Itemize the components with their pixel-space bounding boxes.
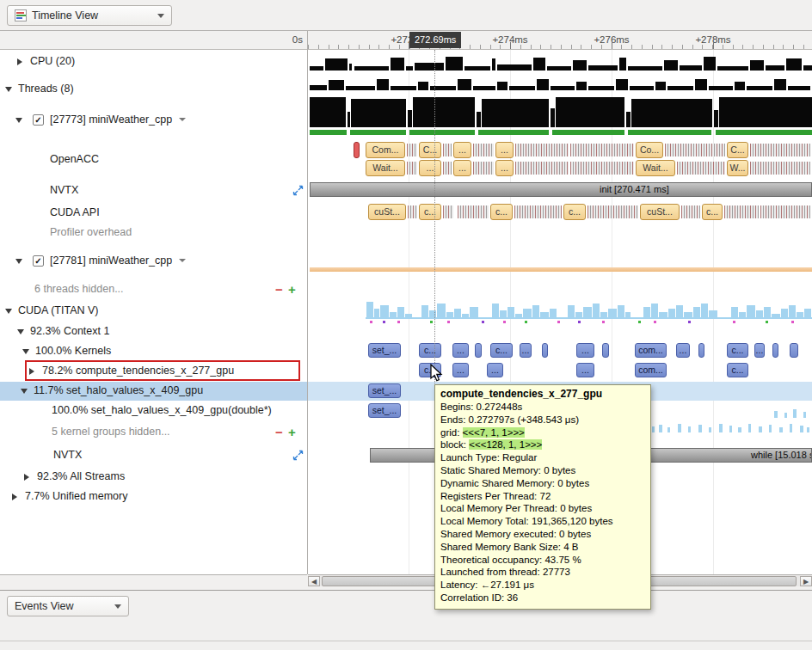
kernel-block[interactable]: ... — [520, 343, 532, 358]
thread-27773-cpu-bar — [351, 99, 406, 127]
tree-row[interactable]: OpenACC — [0, 150, 307, 169]
threads-utilization-bar — [329, 80, 344, 90]
cuda-api-call-block[interactable]: c... — [563, 204, 586, 220]
compute-kernel-block[interactable]: c... — [727, 363, 748, 377]
threads-utilization-bar — [667, 86, 693, 90]
kernel-block[interactable]: c... — [727, 343, 748, 358]
kernel-block[interactable]: c... — [419, 343, 441, 358]
cuda-api-call-block[interactable]: c... — [419, 204, 441, 220]
tree-expander-icon[interactable] — [12, 494, 17, 500]
collapse-group-button[interactable]: − — [275, 282, 283, 297]
compute-kernel-block[interactable]: ... — [487, 363, 503, 377]
tree-expander-icon[interactable] — [29, 368, 34, 375]
kernel-block[interactable]: com... — [635, 343, 667, 358]
kernel-block[interactable]: ... — [452, 343, 469, 358]
collapse-group-button[interactable]: − — [275, 425, 283, 439]
cuda-api-call-block[interactable]: cuSt... — [368, 204, 406, 220]
tree-expander-icon[interactable] — [17, 58, 22, 65]
kernel-block[interactable]: ... — [676, 343, 690, 358]
kernel-block[interactable] — [602, 343, 609, 358]
tree-expander-icon[interactable] — [15, 259, 22, 264]
tree-expander-icon[interactable] — [17, 329, 24, 334]
kernel-block[interactable] — [790, 343, 798, 358]
kernel-block[interactable]: set_... — [368, 343, 401, 358]
compute-kernel-block[interactable]: ... — [452, 363, 469, 377]
tree-expander-icon[interactable] — [15, 118, 22, 123]
tree-row[interactable]: ✓[27773] miniWeather_cpp — [0, 111, 307, 130]
tree-row[interactable]: 100.0% set_halo_values_x_409_gpu(double*… — [0, 402, 307, 420]
thread-options-caret-icon[interactable] — [179, 259, 186, 262]
openacc-wait-block[interactable]: Wait... — [636, 160, 675, 176]
threads-utilization-bar — [551, 86, 575, 90]
tree-row[interactable]: 92.3% All Streams — [0, 468, 307, 487]
tree-expander-icon[interactable] — [5, 309, 12, 314]
tree-row[interactable]: CUDA (TITAN V) — [0, 302, 307, 321]
scroll-right-button[interactable]: ▶ — [800, 576, 812, 586]
kernel-block[interactable]: ... — [576, 343, 594, 358]
compute-kernel-block[interactable]: ... — [576, 363, 594, 377]
expand-group-button[interactable]: + — [288, 282, 296, 297]
tree-row[interactable]: 7.7% Unified memory — [0, 488, 307, 506]
sethalo-kernel-block[interactable]: set_... — [368, 383, 401, 398]
events-view-dropdown[interactable]: Events View — [7, 596, 129, 616]
tree-row[interactable]: 100.0% Kernels — [0, 342, 307, 361]
tree-expander-icon[interactable] — [22, 349, 29, 354]
timeline-view-dropdown[interactable]: Timeline View — [7, 5, 172, 26]
tree-row[interactable]: CPU (20) — [0, 52, 307, 71]
tree-expander-icon[interactable] — [24, 474, 29, 481]
tree-row[interactable]: Profiler overhead — [0, 224, 307, 242]
cuda-api-call-block[interactable]: c... — [702, 204, 723, 220]
tree-row[interactable]: ✓[27781] miniWeather_cpp — [0, 252, 307, 271]
openacc-wait-block[interactable]: ... — [453, 160, 471, 176]
cuda-api-call-block[interactable]: c... — [490, 204, 513, 220]
tree-expander-icon[interactable] — [21, 389, 28, 394]
tree-row[interactable]: CUDA API — [0, 204, 307, 223]
openacc-event-block[interactable]: Com... — [366, 142, 405, 158]
kernel-group-bar — [748, 424, 751, 432]
kernel-block[interactable] — [542, 343, 548, 358]
expand-track-icon[interactable] — [292, 450, 304, 461]
kernel-block[interactable]: c... — [490, 343, 513, 358]
gpu-activity-bar — [608, 309, 617, 319]
openacc-wait-block[interactable]: ... — [495, 160, 514, 176]
openacc-event-block[interactable]: Co... — [636, 142, 663, 158]
kernel-block[interactable] — [772, 343, 778, 358]
thread-checkbox[interactable]: ✓ — [33, 255, 44, 267]
tree-expander-icon[interactable] — [5, 87, 12, 92]
kernel-block[interactable]: ... — [754, 343, 765, 358]
openacc-event-block[interactable]: C... — [419, 142, 441, 158]
compute-kernel-block[interactable]: com... — [635, 363, 667, 377]
threads-utilization-bar — [346, 86, 375, 90]
kernel-block[interactable] — [475, 343, 482, 358]
tree-row[interactable]: Threads (8) — [0, 80, 307, 99]
openacc-wait-block[interactable]: ... — [419, 160, 441, 176]
tree-row[interactable]: 92.3% Context 1 — [0, 322, 307, 341]
tree-row[interactable]: NVTX — [0, 181, 307, 200]
kernel-block[interactable] — [698, 343, 704, 358]
timeline-tree-panel: CPU (20)Threads (8)✓[27773] miniWeather_… — [0, 50, 307, 574]
tree-row[interactable]: 78.2% compute_tendencies_x_277_gpu — [0, 362, 307, 381]
expand-track-icon[interactable] — [292, 185, 304, 196]
scroll-left-button[interactable]: ◀ — [308, 576, 320, 586]
openacc-event-block[interactable]: ... — [495, 142, 514, 158]
openacc-event-block[interactable]: ... — [453, 142, 471, 158]
cuda-api-call-block[interactable]: cuSt... — [640, 204, 680, 220]
nvtx-init-range[interactable]: init [270.471 ms] — [310, 182, 812, 197]
openacc-launch-marker — [354, 142, 360, 158]
thread-options-caret-icon[interactable] — [179, 118, 186, 121]
expand-group-button[interactable]: + — [288, 425, 296, 439]
thread-checkbox[interactable]: ✓ — [33, 114, 44, 126]
sethalo-instance-block[interactable]: set_... — [368, 403, 401, 418]
panel-splitter[interactable] — [307, 31, 308, 574]
openacc-wait-block[interactable]: Wait... — [366, 160, 405, 176]
tree-row[interactable]: 11.7% set_halo_values_x_409_gpu — [0, 382, 307, 401]
thread-27773-cpu-bar — [714, 110, 718, 127]
memory-op-marker — [525, 321, 527, 323]
cpu-utilization-bar — [573, 60, 587, 71]
tree-row[interactable]: NVTX — [0, 446, 307, 465]
tree-row[interactable]: 6 threads hidden...−+ — [0, 280, 307, 299]
openacc-wait-block[interactable]: W... — [727, 160, 748, 176]
openacc-event-block[interactable]: C... — [727, 142, 748, 158]
timeline-ruler[interactable]: 0s 272.69ms +272ms+274ms+276ms+278ms — [0, 31, 812, 50]
tree-row[interactable]: 5 kernel groups hidden...−+ — [0, 423, 307, 442]
